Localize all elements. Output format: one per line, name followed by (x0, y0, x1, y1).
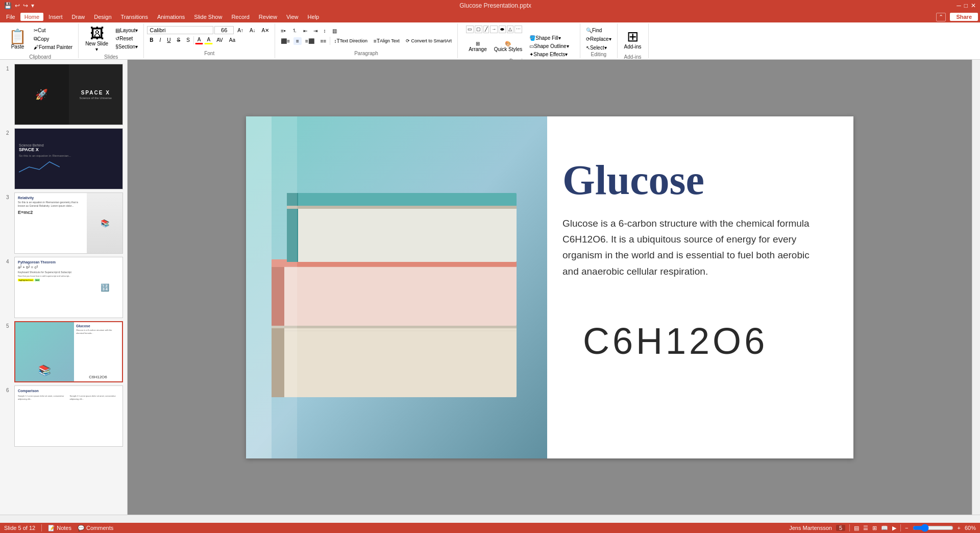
slide-item-6[interactable]: 6 Comparison Sample 1: Lorem ipsum dolor… (6, 385, 123, 447)
slide-thumb-6[interactable]: Comparison Sample 1: Lorem ipsum dolor s… (14, 385, 123, 447)
zoom-in-button[interactable]: + (958, 525, 961, 531)
menu-file[interactable]: File (2, 13, 19, 21)
shape-rounded-rect[interactable]: ▢ (475, 26, 482, 33)
slide-item-4[interactable]: 4 Pythagorean Theorem a² + b² = c² Keybo… (6, 257, 123, 318)
addins-button[interactable]: ⊞ Add-ins (621, 25, 645, 54)
shape-fill-button[interactable]: 🪣 Shape Fill ▾ (527, 34, 571, 42)
bold-button[interactable]: B (147, 36, 156, 44)
menu-record[interactable]: Record (227, 13, 253, 21)
highlight-button[interactable]: A (204, 36, 213, 44)
columns-button[interactable]: ▥ (330, 27, 339, 35)
quick-styles-button[interactable]: 🎨 Quick Styles (492, 39, 525, 54)
layout-button[interactable]: ▤ Layout ▾ (113, 27, 140, 34)
quick-styles-icon: 🎨 (505, 41, 511, 46)
menu-help[interactable]: Help (304, 13, 324, 21)
align-text-button[interactable]: ≡T Align Text (371, 37, 402, 45)
customize-quick-access-button[interactable]: ▾ (31, 2, 34, 9)
decrease-indent-button[interactable]: ⇤ (301, 27, 310, 35)
align-right-button[interactable]: ≡⬛ (303, 37, 317, 45)
numbering-button[interactable]: ⒈ (289, 26, 300, 35)
select-button[interactable]: ↖ Select ▾ (583, 44, 609, 52)
shape-arrow[interactable]: → (490, 26, 498, 33)
save-button[interactable]: 💾 (4, 2, 12, 9)
section-button[interactable]: § Section ▾ (113, 43, 140, 51)
justify-button[interactable]: ≡≡ (318, 37, 329, 45)
slide-item-5[interactable]: 5 📚 Glucose Glucose is a 6-carbon struct… (6, 321, 123, 382)
cut-button[interactable]: ✂ Cut (31, 27, 75, 34)
shape-oval[interactable]: ⬬ (499, 26, 506, 33)
zoom-slider[interactable] (913, 524, 953, 532)
view-outline-button[interactable]: ☰ (863, 525, 868, 531)
font-name-input[interactable] (147, 26, 213, 34)
menu-review[interactable]: Review (255, 13, 281, 21)
menu-transitions[interactable]: Transitions (117, 13, 152, 21)
shape-rect[interactable]: ▭ (466, 26, 474, 33)
share-button[interactable]: Share (950, 13, 978, 21)
right-scrollbar[interactable] (972, 60, 980, 515)
maximize-button[interactable]: □ (964, 2, 968, 9)
menu-insert[interactable]: Insert (44, 13, 67, 21)
view-reading-button[interactable]: 📖 (881, 525, 888, 531)
italic-button[interactable]: I (157, 36, 163, 44)
minimize-button[interactable]: ─ (957, 2, 961, 9)
change-case-button[interactable]: Aa (227, 36, 238, 44)
menu-home[interactable]: Home (20, 13, 43, 21)
view-slideshow-button[interactable]: ▶ (892, 525, 896, 531)
view-normal-button[interactable]: ▤ (854, 525, 859, 531)
increase-font-button[interactable]: A↑ (235, 27, 246, 34)
view-slide-sorter-button[interactable]: ⊞ (872, 525, 877, 531)
slide-item-1[interactable]: 1 🚀 SPACE X Science of the Universe (6, 64, 123, 125)
ribbon-collapse-button[interactable]: ⌃ (936, 13, 946, 21)
shape-triangle[interactable]: △ (507, 26, 513, 33)
underline-button[interactable]: U (164, 36, 173, 44)
decrease-font-button[interactable]: A↓ (247, 27, 258, 34)
slide-item-3[interactable]: 3 Relativity So this is an equation in R… (6, 192, 123, 254)
slide-thumb-2[interactable]: Science Behind SPACE X So this is an equ… (14, 128, 123, 189)
svg-rect-11 (287, 206, 517, 262)
font-size-input[interactable] (214, 26, 234, 34)
text-direction-button[interactable]: ↕T Text Direction (331, 37, 370, 45)
strikethrough-button[interactable]: S (174, 36, 183, 44)
font-color-button[interactable]: A (195, 36, 204, 44)
font-content: A↑ A↓ A✕ B I U S S A A AV Aa (147, 25, 272, 51)
menu-view[interactable]: View (282, 13, 303, 21)
bullets-button[interactable]: ≡• (278, 27, 288, 35)
menu-design[interactable]: Design (90, 13, 115, 21)
clear-formatting-button[interactable]: A✕ (259, 27, 272, 34)
paste-button[interactable]: 📋 Paste (5, 25, 30, 54)
copy-button[interactable]: ⧉ Copy (31, 35, 75, 43)
character-spacing-button[interactable]: AV (214, 36, 226, 44)
increase-indent-button[interactable]: ⇥ (311, 27, 320, 35)
replace-button[interactable]: ⟳ Replace ▾ (583, 35, 614, 43)
shadow-button[interactable]: S (184, 36, 192, 44)
shape-more[interactable]: ⋯ (514, 26, 522, 33)
shape-outline-button[interactable]: ▭ Shape Outline ▾ (527, 42, 571, 50)
convert-smartart-button[interactable]: ⟳ Convert to SmartArt (403, 37, 454, 44)
align-left-button[interactable]: ⬛≡ (278, 37, 292, 45)
bottom-scrollbar[interactable] (0, 515, 980, 523)
slide-item-2[interactable]: 2 Science Behind SPACE X So this is an e… (6, 128, 123, 189)
menu-slideshow[interactable]: Slide Show (190, 13, 226, 21)
arrange-button[interactable]: ⊞ Arrange (466, 39, 489, 54)
slide-thumb-1[interactable]: 🚀 SPACE X Science of the Universe (14, 64, 123, 125)
shape-line[interactable]: ╱ (483, 26, 489, 33)
slide-thumb-4[interactable]: Pythagorean Theorem a² + b² = c² Keyboar… (14, 257, 123, 318)
slide-thumb-3[interactable]: Relativity So this is an equation in Rie… (14, 192, 123, 254)
menu-animations[interactable]: Animations (153, 13, 189, 21)
format-painter-button[interactable]: 🖌 Format Painter (31, 43, 75, 51)
notes-button[interactable]: 📝 Notes (48, 525, 71, 531)
comments-button[interactable]: 💬 Comments (78, 525, 113, 531)
menu-draw[interactable]: Draw (68, 13, 89, 21)
align-center-button[interactable]: ≡ (293, 37, 302, 45)
redo-button[interactable]: ↪ (23, 2, 28, 9)
shape-effects-button[interactable]: ✦ Shape Effects ▾ (527, 51, 571, 58)
new-slide-button[interactable]: 🖼 New Slide ▾ (82, 25, 112, 54)
reset-button[interactable]: ↺ Reset (113, 35, 140, 42)
undo-button[interactable]: ↩ (15, 2, 20, 9)
books-illustration (246, 116, 547, 458)
close-button[interactable]: ✕ (971, 2, 976, 9)
line-spacing-button[interactable]: ↕ (321, 27, 329, 35)
zoom-out-button[interactable]: − (905, 525, 908, 531)
find-button[interactable]: 🔍 Find (583, 27, 604, 34)
slide-thumb-5[interactable]: 📚 Glucose Glucose is a 6-carbon structur… (14, 321, 123, 382)
